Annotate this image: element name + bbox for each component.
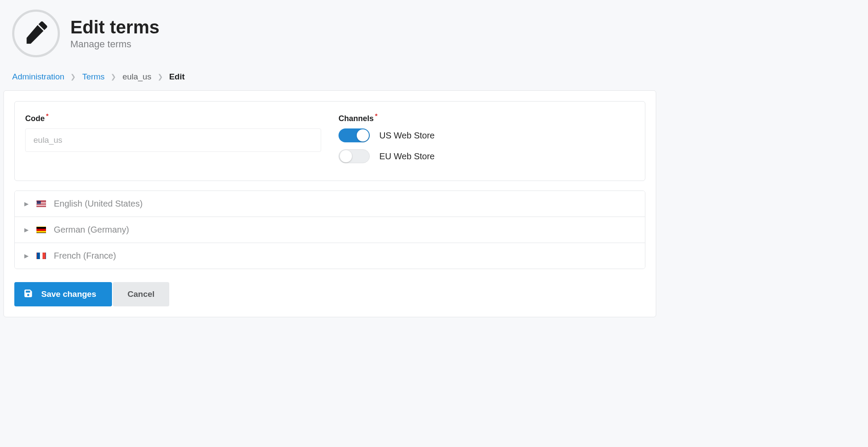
page-header-titles: Edit terms Manage terms	[70, 17, 159, 50]
cancel-button[interactable]: Cancel	[113, 282, 169, 306]
locale-item-de-de[interactable]: ▶ German (Germany)	[15, 217, 645, 243]
save-button[interactable]: Save changes	[14, 282, 112, 306]
channels-toggle-list: US Web Store EU Web Store	[339, 128, 635, 163]
flag-us-icon	[36, 200, 46, 207]
required-asterisk: *	[375, 112, 378, 119]
chevron-right-icon: ❯	[158, 73, 163, 81]
pencil-icon	[24, 21, 48, 46]
page-title: Edit terms	[70, 17, 159, 38]
page-header-icon-circle	[12, 10, 60, 57]
chevron-right-icon: ❯	[70, 73, 76, 81]
save-button-label: Save changes	[41, 289, 96, 299]
breadcrumb-item-current: Edit	[169, 72, 185, 82]
flag-de-icon	[36, 227, 46, 233]
channel-toggle-row-eu: EU Web Store	[339, 149, 635, 163]
flag-fr-icon	[36, 253, 46, 259]
cancel-button-label: Cancel	[128, 289, 155, 299]
field-code: Code*	[25, 112, 321, 163]
field-channels: Channels* US Web Store EU Web Store	[339, 112, 635, 163]
save-icon	[24, 289, 33, 300]
locale-label-de-de: German (Germany)	[54, 225, 129, 235]
form-buttons: Save changes Cancel	[14, 282, 645, 306]
toggle-knob	[357, 129, 369, 141]
caret-right-icon: ▶	[24, 200, 29, 207]
content-card: Code* Channels* US Web Store	[3, 90, 656, 317]
page-header: Edit terms Manage terms	[0, 0, 660, 62]
channel-toggle-label-eu: EU Web Store	[379, 151, 434, 161]
locale-label-fr-fr: French (France)	[54, 251, 116, 261]
breadcrumb-item-code: eula_us	[122, 72, 151, 82]
breadcrumb-link-administration[interactable]: Administration	[12, 72, 64, 82]
locale-label-en-us: English (United States)	[54, 199, 143, 209]
chevron-right-icon: ❯	[111, 73, 116, 81]
channel-toggle-label-us: US Web Store	[379, 131, 434, 141]
channels-label: Channels*	[339, 112, 635, 123]
toggle-knob	[340, 150, 352, 162]
code-input[interactable]	[25, 128, 321, 152]
form-card: Code* Channels* US Web Store	[14, 101, 645, 181]
page-subtitle: Manage terms	[70, 39, 159, 50]
channel-toggle-row-us: US Web Store	[339, 128, 635, 142]
breadcrumb: Administration ❯ Terms ❯ eula_us ❯ Edit	[0, 62, 660, 90]
required-asterisk: *	[46, 112, 49, 119]
channels-label-text: Channels	[339, 114, 374, 123]
channel-toggle-us[interactable]	[339, 128, 370, 142]
caret-right-icon: ▶	[24, 227, 29, 233]
locale-item-en-us[interactable]: ▶ English (United States)	[15, 191, 645, 217]
channel-toggle-eu[interactable]	[339, 149, 370, 163]
breadcrumb-link-terms[interactable]: Terms	[82, 72, 105, 82]
code-label: Code*	[25, 112, 321, 123]
code-label-text: Code	[25, 114, 45, 123]
caret-right-icon: ▶	[24, 253, 29, 259]
locale-item-fr-fr[interactable]: ▶ French (France)	[15, 243, 645, 269]
locale-accordion: ▶ English (United States) ▶ German (Germ…	[14, 191, 645, 269]
